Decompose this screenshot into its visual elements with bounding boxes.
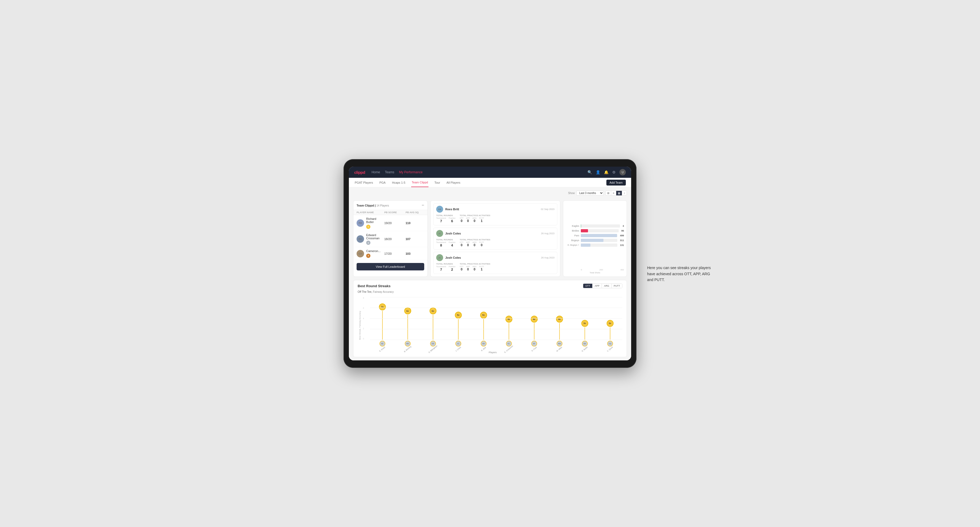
card-2-name: Josh Coles — [445, 232, 539, 235]
card-1-arg-group: ARG 0 — [473, 217, 476, 223]
streak-line-3 — [458, 319, 458, 340]
card-1-arg-label: ARG — [473, 217, 476, 219]
nav-link-my-performance[interactable]: My Performance — [399, 169, 423, 175]
person-icon[interactable]: 👤 — [596, 170, 600, 174]
team-panel: Team Clippd | 14 Players ✏ PLAYER NAME P… — [353, 200, 428, 277]
card-2-rounds: Total Rounds Tournament 8 Practice — [436, 238, 455, 247]
card-2-tournament-group: Tournament 8 — [436, 241, 446, 247]
filter-app[interactable]: APP — [593, 284, 602, 288]
sub-nav-pgat[interactable]: PGAT Players — [354, 178, 374, 187]
annotation: Here you can see streaks your players ha… — [647, 265, 716, 283]
card-2-tournament-label: Tournament — [436, 241, 446, 243]
player-avatar-streak-4: RB — [481, 341, 487, 346]
card-3-app-value: 0 — [467, 268, 469, 271]
card-1-practice-group: Practice 6 — [449, 217, 455, 223]
streak-bubble-6: 4x — [531, 316, 538, 322]
search-icon[interactable]: 🔍 — [587, 170, 592, 174]
bar-label-bogeys: Bogeys — [566, 239, 579, 242]
filter-putt[interactable]: PUTT — [612, 284, 622, 288]
player-pb-score-1: 19/20 — [384, 221, 406, 225]
player-name-group-2: Edward Crossman 2 — [366, 233, 384, 245]
player-name-group-1: Richard Butler 1 — [366, 217, 384, 229]
annotation-text: Here you can see streaks your players ha… — [647, 265, 716, 283]
team-header: Team Clippd | 14 Players ✏ — [353, 201, 428, 210]
streak-col-2: 6x — [420, 297, 445, 340]
chart-subtitle: Off The Tee, Fairway Accuracy — [358, 290, 622, 293]
card-1-practice-label: Practice — [449, 217, 455, 219]
card-1-rounds: Total Rounds Tournament 7 Practice — [436, 214, 455, 223]
card-1-avatar: RB — [436, 206, 443, 213]
list-view-button[interactable]: ≡ — [611, 191, 616, 195]
streak-line-2 — [433, 315, 433, 340]
y-axis-label: Best Streak, Fairway Accuracy — [359, 311, 361, 340]
card-2-practice-label: Practice — [449, 241, 455, 243]
card-2-practice-value: 4 — [451, 243, 453, 247]
streak-line-5 — [509, 323, 509, 340]
card-2-ott: OTT 0 — [460, 241, 463, 247]
card-view-button[interactable]: ▦ — [616, 191, 622, 195]
player-name-3: Cameron... — [366, 249, 380, 252]
filter-row: Show Last 3 months Last 6 months Last 12… — [353, 190, 627, 195]
bell-icon[interactable]: 🔔 — [604, 170, 609, 174]
card-1-tournament-value: 7 — [440, 219, 442, 223]
bar-label-birdies: Birdies — [566, 229, 579, 232]
sub-nav-all-players[interactable]: All Players — [446, 178, 461, 187]
player-avatar-streak-0: EE — [379, 341, 385, 346]
bar-value-dbogeys: 131 — [620, 244, 624, 246]
bar-row-pars: Pars 499 — [566, 234, 624, 237]
player-row-3[interactable]: CA Cameron... 3 17/20 103 — [353, 247, 428, 260]
card-3-rounds-label: Total Rounds — [436, 263, 455, 265]
player-pb-avg-1: 110 — [406, 221, 424, 225]
col-player-name: PLAYER NAME — [356, 211, 384, 214]
settings-icon[interactable]: ⚙ — [612, 170, 616, 174]
card-3-app-label: APP — [466, 266, 470, 268]
bar-label-pars: Pars — [566, 234, 579, 237]
nav-link-home[interactable]: Home — [371, 169, 380, 175]
card-2-tournament-value: 8 — [440, 243, 442, 247]
team-title-group: Team Clippd | 14 Players — [356, 203, 389, 208]
card-1-putt-label: PUTT — [479, 217, 484, 219]
nav-bar: clippd Home Teams My Performance 🔍 👤 🔔 ⚙… — [349, 167, 631, 178]
card-2-ott-value: 0 — [461, 243, 463, 247]
sub-nav-team-clippd[interactable]: Team Clippd — [411, 178, 428, 187]
card-2-app-label: APP — [466, 241, 470, 243]
player-list-header: PLAYER NAME PB SCORE PB AVG SQ — [353, 210, 428, 215]
player-name-group-3: Cameron... 3 — [366, 249, 380, 258]
filter-arg[interactable]: ARG — [602, 284, 612, 288]
player-card-2: JC Josh Coles 26 Aug 2023 Total Rounds T… — [433, 227, 557, 250]
table-view-button[interactable]: ↕ — [622, 191, 627, 195]
bar-fill-birdies — [581, 229, 588, 232]
card-3-arg-value: 0 — [474, 268, 476, 271]
sub-nav-tour[interactable]: Tour — [434, 178, 441, 187]
player-card-3: JC Josh Coles 26 Aug 2023 Total Rounds T… — [433, 252, 557, 274]
sub-nav: PGAT Players PGA Hcaps 1-5 Team Clippd T… — [349, 178, 631, 187]
card-3-practice: Practice 2 — [449, 266, 455, 271]
avatar-wrap-5: ECE. Crossman — [496, 341, 521, 350]
card-1-arg-value: 0 — [474, 219, 476, 223]
add-team-button[interactable]: Add Team — [606, 179, 626, 186]
sub-nav-hcaps[interactable]: Hcaps 1-5 — [391, 178, 406, 187]
bar-fill-dbogeys — [581, 243, 590, 247]
card-2-activities: Total Practice Activities OTT 0 APP — [460, 238, 490, 247]
edit-icon[interactable]: ✏ — [422, 204, 424, 207]
card-1-rounds-row: Tournament 7 Practice 6 — [436, 217, 455, 223]
bar-fill-pars — [581, 234, 617, 237]
filter-ott[interactable]: OTT — [583, 284, 593, 288]
card-3-practice-value: 2 — [451, 268, 453, 271]
player-row[interactable]: RB Richard Butler 1 19/20 110 — [353, 215, 428, 231]
card-1-app-label: APP — [466, 217, 470, 219]
show-select[interactable]: Last 3 months Last 6 months Last 12 mont… — [576, 190, 604, 195]
card-1-name: Rees Britt — [445, 208, 539, 211]
user-avatar[interactable]: U — [619, 169, 626, 175]
sub-nav-pga[interactable]: PGA — [379, 178, 386, 187]
view-leaderboard-button[interactable]: View Full Leaderboard — [356, 263, 424, 270]
streak-bubble-8: 3x — [581, 320, 588, 327]
x-axis-label: Players — [363, 351, 622, 354]
grid-view-button[interactable]: ⊞ — [606, 191, 611, 195]
nav-link-teams[interactable]: Teams — [385, 169, 394, 175]
col-pb-avg: PB AVG SQ — [406, 211, 424, 214]
player-row-2[interactable]: EC Edward Crossman 2 18/20 107 — [353, 231, 428, 248]
card-2-putt-label: PUTT — [479, 241, 484, 243]
player-badge-3: 3 — [366, 254, 371, 258]
streak-bubble-5: 4x — [506, 316, 512, 322]
